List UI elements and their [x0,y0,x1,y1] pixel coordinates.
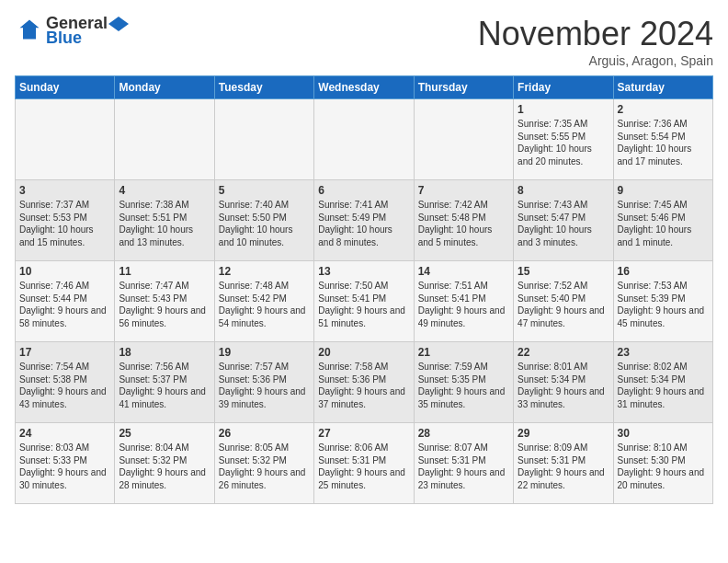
weekday-header-cell: Sunday [16,76,115,99]
calendar-cell: 21Sunrise: 7:59 AM Sunset: 5:35 PM Dayli… [414,342,513,423]
month-title: November 2024 [478,15,713,53]
cell-info-text: Sunrise: 8:10 AM Sunset: 5:30 PM Dayligh… [618,442,709,491]
calendar-cell: 16Sunrise: 7:53 AM Sunset: 5:39 PM Dayli… [613,261,712,342]
cell-info-text: Sunrise: 7:45 AM Sunset: 5:46 PM Dayligh… [618,199,709,248]
title-block: November 2024 Arguis, Aragon, Spain [478,15,713,68]
day-number: 8 [518,184,609,197]
cell-info-text: Sunrise: 7:40 AM Sunset: 5:50 PM Dayligh… [219,199,310,248]
svg-marker-2 [108,17,129,31]
calendar-cell [314,99,414,180]
cell-info-text: Sunrise: 7:38 AM Sunset: 5:51 PM Dayligh… [119,199,210,248]
weekday-header-cell: Thursday [414,76,513,99]
weekday-header-cell: Monday [115,76,214,99]
calendar-cell: 22Sunrise: 8:01 AM Sunset: 5:34 PM Dayli… [514,342,613,423]
calendar-cell: 1Sunrise: 7:35 AM Sunset: 5:55 PM Daylig… [514,99,613,180]
cell-info-text: Sunrise: 7:36 AM Sunset: 5:54 PM Dayligh… [618,118,709,167]
cell-info-text: Sunrise: 8:02 AM Sunset: 5:34 PM Dayligh… [618,361,709,410]
day-number: 16 [618,265,709,278]
calendar-cell [414,99,513,180]
logo-flag-icon [108,17,129,31]
calendar-cell: 10Sunrise: 7:46 AM Sunset: 5:44 PM Dayli… [16,261,115,342]
cell-info-text: Sunrise: 7:47 AM Sunset: 5:43 PM Dayligh… [119,280,210,329]
cell-info-text: Sunrise: 7:58 AM Sunset: 5:36 PM Dayligh… [318,361,409,410]
logo-icon [17,17,42,42]
calendar-cell [214,99,313,180]
cell-info-text: Sunrise: 8:03 AM Sunset: 5:33 PM Dayligh… [19,442,110,491]
cell-info-text: Sunrise: 7:43 AM Sunset: 5:47 PM Dayligh… [518,199,609,248]
day-number: 4 [119,184,210,197]
day-number: 9 [618,184,709,197]
day-number: 12 [219,265,310,278]
cell-info-text: Sunrise: 8:01 AM Sunset: 5:34 PM Dayligh… [518,361,609,410]
weekday-header-row: SundayMondayTuesdayWednesdayThursdayFrid… [16,76,713,99]
calendar-cell: 19Sunrise: 7:57 AM Sunset: 5:36 PM Dayli… [214,342,313,423]
day-number: 5 [219,184,310,197]
cell-info-text: Sunrise: 7:59 AM Sunset: 5:35 PM Dayligh… [418,361,509,410]
cell-info-text: Sunrise: 8:07 AM Sunset: 5:31 PM Dayligh… [418,442,509,491]
location-subtitle: Arguis, Aragon, Spain [478,53,713,68]
cell-info-text: Sunrise: 7:54 AM Sunset: 5:38 PM Dayligh… [19,361,110,410]
day-number: 11 [119,265,210,278]
calendar-body: 1Sunrise: 7:35 AM Sunset: 5:55 PM Daylig… [16,99,713,504]
calendar-cell [16,99,115,180]
weekday-header-cell: Wednesday [314,76,414,99]
day-number: 19 [219,346,310,359]
cell-info-text: Sunrise: 7:57 AM Sunset: 5:36 PM Dayligh… [219,361,310,410]
calendar-cell: 20Sunrise: 7:58 AM Sunset: 5:36 PM Dayli… [314,342,414,423]
day-number: 13 [318,265,409,278]
logo: General Blue [15,15,130,48]
day-number: 26 [219,427,310,440]
cell-info-text: Sunrise: 7:53 AM Sunset: 5:39 PM Dayligh… [618,280,709,329]
day-number: 27 [318,427,409,440]
calendar-cell: 15Sunrise: 7:52 AM Sunset: 5:40 PM Dayli… [514,261,613,342]
day-number: 7 [418,184,509,197]
calendar-cell: 26Sunrise: 8:05 AM Sunset: 5:32 PM Dayli… [214,423,313,504]
day-number: 18 [119,346,210,359]
cell-info-text: Sunrise: 7:52 AM Sunset: 5:40 PM Dayligh… [518,280,609,329]
calendar-cell: 11Sunrise: 7:47 AM Sunset: 5:43 PM Dayli… [115,261,214,342]
calendar-cell: 18Sunrise: 7:56 AM Sunset: 5:37 PM Dayli… [115,342,214,423]
calendar-cell: 13Sunrise: 7:50 AM Sunset: 5:41 PM Dayli… [314,261,414,342]
cell-info-text: Sunrise: 7:50 AM Sunset: 5:41 PM Dayligh… [318,280,409,329]
calendar-cell: 27Sunrise: 8:06 AM Sunset: 5:31 PM Dayli… [314,423,414,504]
cell-info-text: Sunrise: 8:09 AM Sunset: 5:31 PM Dayligh… [518,442,609,491]
calendar-cell: 3Sunrise: 7:37 AM Sunset: 5:53 PM Daylig… [16,180,115,261]
day-number: 20 [318,346,409,359]
calendar-cell: 17Sunrise: 7:54 AM Sunset: 5:38 PM Dayli… [16,342,115,423]
day-number: 28 [418,427,509,440]
day-number: 29 [518,427,609,440]
calendar-week-row: 10Sunrise: 7:46 AM Sunset: 5:44 PM Dayli… [16,261,713,342]
logo-blue-text: Blue [46,29,82,47]
calendar-cell [115,99,214,180]
calendar-cell: 23Sunrise: 8:02 AM Sunset: 5:34 PM Dayli… [613,342,712,423]
day-number: 3 [19,184,110,197]
day-number: 15 [518,265,609,278]
calendar-week-row: 3Sunrise: 7:37 AM Sunset: 5:53 PM Daylig… [16,180,713,261]
day-number: 17 [19,346,110,359]
cell-info-text: Sunrise: 7:46 AM Sunset: 5:44 PM Dayligh… [19,280,110,329]
calendar-cell: 29Sunrise: 8:09 AM Sunset: 5:31 PM Dayli… [514,423,613,504]
calendar-cell: 9Sunrise: 7:45 AM Sunset: 5:46 PM Daylig… [613,180,712,261]
calendar-cell: 14Sunrise: 7:51 AM Sunset: 5:41 PM Dayli… [414,261,513,342]
weekday-header-cell: Friday [514,76,613,99]
day-number: 30 [618,427,709,440]
page-header: General Blue November 2024 Arguis, Arago… [15,15,713,68]
cell-info-text: Sunrise: 7:48 AM Sunset: 5:42 PM Dayligh… [219,280,310,329]
svg-marker-0 [20,19,40,39]
cell-info-text: Sunrise: 7:35 AM Sunset: 5:55 PM Dayligh… [518,118,609,167]
calendar-cell: 6Sunrise: 7:41 AM Sunset: 5:49 PM Daylig… [314,180,414,261]
day-number: 10 [19,265,110,278]
calendar-cell: 8Sunrise: 7:43 AM Sunset: 5:47 PM Daylig… [514,180,613,261]
cell-info-text: Sunrise: 8:05 AM Sunset: 5:32 PM Dayligh… [219,442,310,491]
calendar-cell: 2Sunrise: 7:36 AM Sunset: 5:54 PM Daylig… [613,99,712,180]
day-number: 1 [518,103,609,116]
calendar-cell: 28Sunrise: 8:07 AM Sunset: 5:31 PM Dayli… [414,423,513,504]
day-number: 22 [518,346,609,359]
calendar-week-row: 1Sunrise: 7:35 AM Sunset: 5:55 PM Daylig… [16,99,713,180]
cell-info-text: Sunrise: 7:41 AM Sunset: 5:49 PM Dayligh… [318,199,409,248]
day-number: 25 [119,427,210,440]
day-number: 6 [318,184,409,197]
calendar-week-row: 17Sunrise: 7:54 AM Sunset: 5:38 PM Dayli… [16,342,713,423]
cell-info-text: Sunrise: 7:51 AM Sunset: 5:41 PM Dayligh… [418,280,509,329]
weekday-header-cell: Saturday [613,76,712,99]
